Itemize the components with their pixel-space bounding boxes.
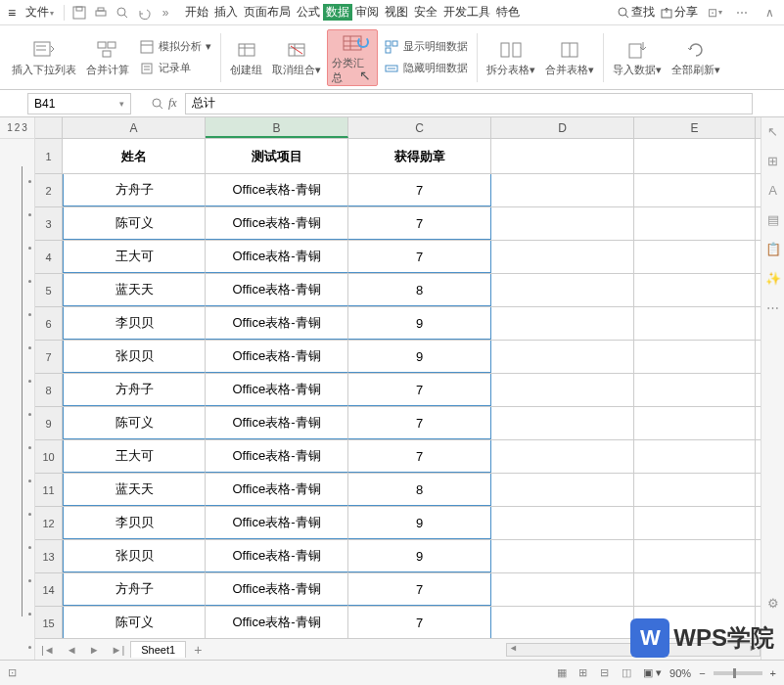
cell[interactable] [491, 440, 634, 473]
formula-input[interactable]: 总计 [185, 93, 753, 114]
cell[interactable]: 9 [348, 307, 491, 340]
cell[interactable]: 陈可义 [63, 207, 206, 240]
cell[interactable]: 陈可义 [63, 407, 206, 439]
tab-data[interactable]: 数据 [323, 4, 352, 21]
cell[interactable] [634, 207, 756, 240]
subtotal-button[interactable]: 分类汇总 ↖ [327, 29, 378, 86]
cell[interactable]: 方舟子 [63, 573, 206, 606]
cell[interactable] [634, 573, 756, 606]
cell[interactable] [491, 274, 634, 306]
tab-special[interactable]: 特色 [493, 4, 523, 21]
cell[interactable]: Office表格-青铜 [206, 374, 348, 406]
cell[interactable] [634, 540, 756, 572]
cell[interactable]: Office表格-青铜 [206, 207, 348, 240]
preview-icon[interactable] [115, 5, 130, 21]
col-header-A[interactable]: A [63, 117, 206, 138]
cell[interactable] [634, 341, 756, 373]
col-header-B[interactable]: B [206, 117, 348, 138]
split-table-button[interactable]: 拆分表格▾ [483, 29, 539, 86]
row-header[interactable]: 4 [35, 241, 63, 273]
cell[interactable]: Office表格-青铜 [206, 274, 348, 306]
cell[interactable]: Office表格-青铜 [206, 573, 348, 606]
cell[interactable] [634, 374, 756, 406]
cell[interactable]: 8 [348, 474, 491, 506]
cell[interactable] [491, 474, 634, 506]
merge-table-button[interactable]: 合并表格▾ [541, 29, 598, 86]
refresh-all-button[interactable]: 全部刷新▾ [668, 29, 724, 86]
collapse-icon[interactable]: ∧ [761, 5, 777, 21]
row-header[interactable]: 9 [35, 407, 63, 439]
cell[interactable]: 7 [348, 241, 491, 273]
cell[interactable] [491, 207, 634, 240]
view-page-icon[interactable]: ⊞ [578, 666, 592, 680]
undo-icon[interactable] [136, 5, 152, 21]
row-header[interactable]: 15 [35, 607, 63, 639]
col-header-C[interactable]: C [348, 117, 491, 138]
row-header[interactable]: 13 [35, 540, 63, 572]
cell[interactable]: Office表格-青铜 [206, 440, 348, 473]
cell[interactable]: 李贝贝 [63, 507, 206, 539]
cell[interactable]: 7 [348, 174, 491, 206]
cell[interactable]: 方舟子 [63, 374, 206, 406]
col-header-D[interactable]: D [491, 117, 634, 138]
zoom-out[interactable]: − [699, 667, 705, 679]
name-box[interactable]: B41▾ [27, 93, 131, 114]
zoom-level[interactable]: 90% [669, 667, 691, 679]
cell[interactable]: 7 [348, 207, 491, 240]
cell[interactable] [634, 440, 756, 473]
cell[interactable]: 测试项目 [206, 139, 348, 173]
tab-insert[interactable]: 插入 [211, 4, 241, 21]
row-header[interactable]: 8 [35, 374, 63, 406]
cell[interactable]: Office表格-青铜 [206, 307, 348, 340]
tab-security[interactable]: 安全 [411, 4, 440, 21]
cell[interactable]: 9 [348, 507, 491, 539]
simulate-button[interactable]: 模拟分析▾ [139, 37, 211, 57]
cell[interactable]: 蓝天天 [63, 274, 206, 306]
row-header[interactable]: 6 [35, 307, 63, 340]
cell[interactable] [491, 241, 634, 273]
sheet-nav-prev[interactable]: ◄ [61, 644, 83, 656]
zoom-dropdown[interactable]: ▣ ▾ [643, 666, 662, 679]
cell[interactable]: 8 [348, 274, 491, 306]
cell[interactable] [634, 139, 756, 173]
cell[interactable]: Office表格-青铜 [206, 507, 348, 539]
cell[interactable]: Office表格-青铜 [206, 341, 348, 373]
file-menu[interactable]: 文件▾ [20, 4, 60, 21]
tab-review[interactable]: 审阅 [352, 4, 382, 21]
cell[interactable] [491, 307, 634, 340]
menu-icon[interactable]: ≡ [4, 5, 20, 21]
add-sheet-button[interactable]: + [186, 642, 209, 658]
style-icon[interactable]: ⊞ [765, 153, 781, 168]
cell[interactable]: Office表格-青铜 [206, 174, 348, 206]
more-side-icon[interactable]: ⋯ [765, 299, 781, 315]
tab-layout[interactable]: 页面布局 [241, 4, 294, 21]
row-header[interactable]: 3 [35, 207, 63, 240]
save-icon[interactable] [71, 5, 87, 21]
cell[interactable]: 陈可义 [63, 607, 206, 639]
merge-calc-button[interactable]: 合并计算 [82, 29, 133, 86]
create-group-button[interactable]: 创建组 [226, 29, 266, 86]
outline-levels[interactable]: 1 2 3 [0, 117, 34, 139]
text-icon[interactable]: A [765, 182, 781, 198]
cell[interactable]: Office表格-青铜 [206, 474, 348, 506]
cell[interactable]: 李贝贝 [63, 307, 206, 340]
more-icon[interactable]: » [158, 5, 173, 21]
tab-start[interactable]: 开始 [182, 4, 211, 21]
cell[interactable]: 7 [348, 407, 491, 439]
cell[interactable]: Office表格-青铜 [206, 241, 348, 273]
table-icon[interactable]: ▤ [765, 211, 781, 227]
clipboard-icon[interactable]: 📋 [765, 241, 781, 256]
hide-detail-button[interactable]: 隐藏明细数据 [384, 59, 468, 78]
row-header[interactable]: 10 [35, 440, 63, 473]
ungroup-button[interactable]: 取消组合▾ [268, 29, 325, 86]
cell[interactable]: 7 [348, 374, 491, 406]
cell[interactable] [491, 507, 634, 539]
sheet-tab-1[interactable]: Sheet1 [130, 641, 186, 658]
tab-view[interactable]: 视图 [382, 4, 411, 21]
cell[interactable]: 方舟子 [63, 174, 206, 206]
print-icon[interactable] [93, 5, 109, 21]
cell[interactable] [634, 474, 756, 506]
cell[interactable] [634, 241, 756, 273]
row-header[interactable]: 5 [35, 274, 63, 306]
cell[interactable]: 7 [348, 607, 491, 639]
